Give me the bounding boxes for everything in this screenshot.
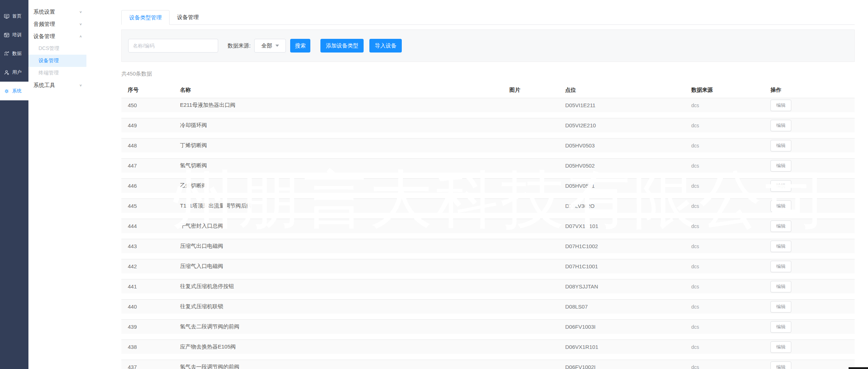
action-cell: 编辑 <box>764 140 855 151</box>
menu-item-terminal[interactable]: 终端管理 <box>28 67 86 79</box>
edit-button[interactable]: 编辑 <box>770 261 791 272</box>
menu-group-audio[interactable]: 音频管理 ∨ <box>28 18 86 30</box>
action-cell: 编辑 <box>764 180 855 192</box>
device-point: D06VX1R101 <box>559 344 685 350</box>
device-point: D07VX1C101 <box>559 223 685 229</box>
row-number: 443 <box>121 243 174 249</box>
import-device-button[interactable]: 导入设备 <box>369 39 402 53</box>
sidebar-item-system[interactable]: 系统 <box>0 82 28 100</box>
edit-button[interactable]: 编辑 <box>770 120 791 131</box>
action-cell: 编辑 <box>764 361 855 369</box>
sidebar-item-data[interactable]: 数据 <box>0 44 28 63</box>
device-name: 往复式压缩机急停按钮 <box>174 283 503 290</box>
menu-item-dcs[interactable]: DCS管理 <box>28 42 86 55</box>
add-device-type-button[interactable]: 添加设备类型 <box>320 39 364 53</box>
col-header-point: 点位 <box>559 87 685 94</box>
edit-button[interactable]: 编辑 <box>770 160 791 172</box>
table-row: 449 冷却循环阀 D05VI2E210 dcs 编辑 <box>121 118 855 132</box>
action-cell: 编辑 <box>764 100 855 111</box>
data-source-select[interactable]: 全部 <box>254 39 286 53</box>
tab-device-type-management[interactable]: 设备类型管理 <box>121 10 170 25</box>
row-number: 438 <box>121 344 174 350</box>
data-source-value: dcs <box>685 364 764 369</box>
action-cell: 编辑 <box>764 301 855 313</box>
sidebar-item-label: 培训 <box>12 32 22 38</box>
row-number: 442 <box>121 263 174 269</box>
chevron-down-icon: ∨ <box>79 10 82 14</box>
tab-bar: 设备类型管理 设备管理 <box>121 10 855 25</box>
device-name: 氢气切断阀 <box>174 162 503 169</box>
scrollbar-fragment[interactable] <box>849 367 868 369</box>
device-name: 干气密封入口总阀 <box>174 223 503 229</box>
table-row: 444 干气密封入口总阀 D07VX1C101 dcs 编辑 <box>121 219 855 233</box>
table-body: 450 E211母液加热器出口阀 D05VI1E211 dcs 编辑 449 冷… <box>121 98 855 369</box>
device-point: D05VI1E211 <box>559 102 685 108</box>
system-icon <box>4 88 10 94</box>
device-point: D03LV302O <box>559 203 685 209</box>
action-cell: 编辑 <box>764 281 855 292</box>
table-row: 445 T101塔顶采出流量调节阀后阀 D03LV302O dcs 编辑 <box>121 199 855 213</box>
edit-button[interactable]: 编辑 <box>770 281 791 292</box>
data-source-value: dcs <box>685 223 764 229</box>
device-name: 丁烯切断阀 <box>174 142 503 149</box>
sidebar-item-label: 数据 <box>12 50 22 57</box>
edit-button[interactable]: 编辑 <box>770 140 791 151</box>
row-number: 440 <box>121 304 174 310</box>
row-number: 450 <box>121 102 174 108</box>
edit-button[interactable]: 编辑 <box>770 241 791 252</box>
edit-button[interactable]: 编辑 <box>770 301 791 313</box>
data-source-label: 数据来源: <box>228 42 251 49</box>
sidebar-item-users[interactable]: 用户 <box>0 63 28 82</box>
data-source-value: dcs <box>685 123 764 128</box>
row-number: 445 <box>121 203 174 209</box>
menu-group-device[interactable]: 设备管理 ∧ <box>28 30 86 42</box>
home-icon <box>4 13 10 19</box>
filter-bar: 数据来源: 全部 搜索 添加设备类型 导入设备 <box>121 29 855 62</box>
table-row: 442 压缩气入口电磁阀 D07H1C1001 dcs 编辑 <box>121 259 855 273</box>
menu-group-system-settings[interactable]: 系统设置 ∨ <box>28 6 86 18</box>
device-point: D08LS07 <box>559 304 685 310</box>
table-row: 450 E211母液加热器出口阀 D05VI1E211 dcs 编辑 <box>121 98 855 112</box>
sidebar-item-home[interactable]: 首页 <box>0 7 28 26</box>
edit-button[interactable]: 编辑 <box>770 341 791 353</box>
row-number: 446 <box>121 183 174 189</box>
device-point: D06FV1003I <box>559 324 685 330</box>
sidebar-item-label: 系统 <box>12 88 22 94</box>
device-name: 压缩气入口电磁阀 <box>174 263 503 270</box>
record-count: 共450条数据 <box>121 70 855 77</box>
search-input[interactable] <box>128 39 218 53</box>
edit-button[interactable]: 编辑 <box>770 100 791 111</box>
menu-group-tools[interactable]: 系统工具 ∨ <box>28 79 86 91</box>
secondary-sidebar: 系统设置 ∨ 音频管理 ∨ 设备管理 ∧ DCS管理 设备管理 终端管理 系统工… <box>28 0 86 369</box>
device-name: 冷却循环阀 <box>174 122 503 129</box>
table-row: 443 压缩气出口电磁阀 D07H1C1002 dcs 编辑 <box>121 239 855 253</box>
action-cell: 编辑 <box>764 241 855 252</box>
device-name: 应产物去换热器E105阀 <box>174 343 503 350</box>
users-icon <box>4 69 10 76</box>
device-table: 序号 名称 图片 点位 数据来源 操作 450 E211母液加热器出口阀 D05… <box>121 82 855 369</box>
edit-button[interactable]: 编辑 <box>770 200 791 212</box>
data-source-value: dcs <box>685 344 764 350</box>
edit-button[interactable]: 编辑 <box>770 361 791 369</box>
table-row: 441 往复式压缩机急停按钮 D08YSJJTAN dcs 编辑 <box>121 279 855 293</box>
search-button[interactable]: 搜索 <box>290 39 310 53</box>
edit-button[interactable]: 编辑 <box>770 180 791 192</box>
sidebar-item-label: 首页 <box>12 13 22 19</box>
sidebar-item-training[interactable]: 培训 <box>0 26 28 44</box>
device-point: D07H1C1002 <box>559 243 685 249</box>
tab-device-management[interactable]: 设备管理 <box>170 10 206 25</box>
table-row: 448 丁烯切断阀 D05HV0503 dcs 编辑 <box>121 138 855 152</box>
data-icon <box>4 51 10 57</box>
menu-label: 音频管理 <box>33 21 55 28</box>
device-name: 氢气去二段调节阀的前阀 <box>174 323 503 330</box>
edit-button[interactable]: 编辑 <box>770 220 791 232</box>
menu-label: 设备管理 <box>39 58 59 64</box>
menu-item-device-management[interactable]: 设备管理 <box>28 55 86 67</box>
data-source-value: dcs <box>685 143 764 149</box>
chevron-down-icon: ∨ <box>79 22 82 26</box>
data-source-value: dcs <box>685 243 764 249</box>
device-point: D08YSJJTAN <box>559 283 685 290</box>
sidebar-item-label: 用户 <box>12 69 22 76</box>
edit-button[interactable]: 编辑 <box>770 321 791 333</box>
table-row: 438 应产物去换热器E105阀 D06VX1R101 dcs 编辑 <box>121 340 855 354</box>
